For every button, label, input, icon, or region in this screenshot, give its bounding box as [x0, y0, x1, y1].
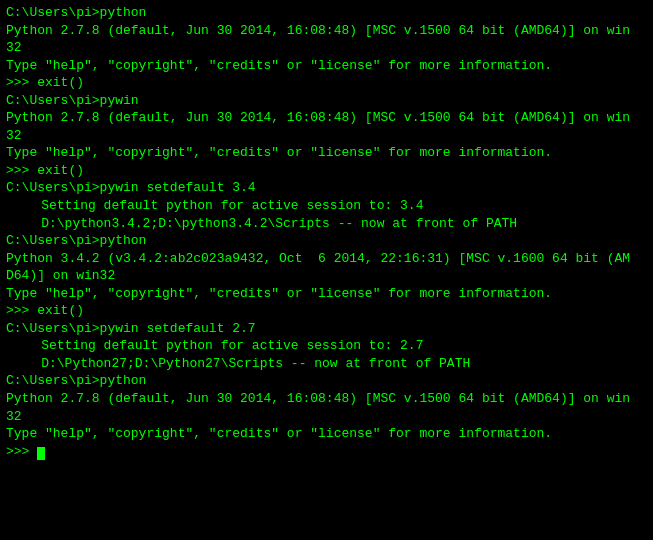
terminal-line-25: Setting default python for active sessio…: [6, 337, 647, 355]
terminal-line-19: D64)] on win32: [6, 267, 647, 285]
terminal-line-9: Type "help", "copyright", "credits" or "…: [6, 144, 647, 162]
terminal-line-30: 32: [6, 408, 647, 426]
terminal-line-4: >>> exit(): [6, 74, 647, 92]
terminal-line-15: D:\python3.4.2;D:\python3.4.2\Scripts --…: [6, 215, 647, 233]
terminal-line-28: C:\Users\pi>python: [6, 372, 647, 390]
terminal-line-31: Type "help", "copyright", "credits" or "…: [6, 425, 647, 443]
cursor: [37, 447, 45, 460]
terminal-line-2: 32: [6, 39, 647, 57]
terminal-line-14: Setting default python for active sessio…: [6, 197, 647, 215]
terminal-line-12: C:\Users\pi>pywin setdefault 3.4: [6, 179, 647, 197]
terminal-line-10: >>> exit(): [6, 162, 647, 180]
terminal-line-26: D:\Python27;D:\Python27\Scripts -- now a…: [6, 355, 647, 373]
terminal-line-6: C:\Users\pi>pywin: [6, 92, 647, 110]
terminal-line-29: Python 2.7.8 (default, Jun 30 2014, 16:0…: [6, 390, 647, 408]
terminal-line-1: Python 2.7.8 (default, Jun 30 2014, 16:0…: [6, 22, 647, 40]
terminal-window[interactable]: C:\Users\pi>pythonPython 2.7.8 (default,…: [0, 0, 653, 540]
terminal-line-7: Python 2.7.8 (default, Jun 30 2014, 16:0…: [6, 109, 647, 127]
terminal-line-18: Python 3.4.2 (v3.4.2:ab2c023a9432, Oct 6…: [6, 250, 647, 268]
terminal-line-20: Type "help", "copyright", "credits" or "…: [6, 285, 647, 303]
terminal-line-21: >>> exit(): [6, 302, 647, 320]
terminal-line-0: C:\Users\pi>python: [6, 4, 647, 22]
terminal-line-8: 32: [6, 127, 647, 145]
terminal-line-32: >>>: [6, 443, 647, 461]
terminal-line-23: C:\Users\pi>pywin setdefault 2.7: [6, 320, 647, 338]
terminal-line-17: C:\Users\pi>python: [6, 232, 647, 250]
terminal-line-3: Type "help", "copyright", "credits" or "…: [6, 57, 647, 75]
